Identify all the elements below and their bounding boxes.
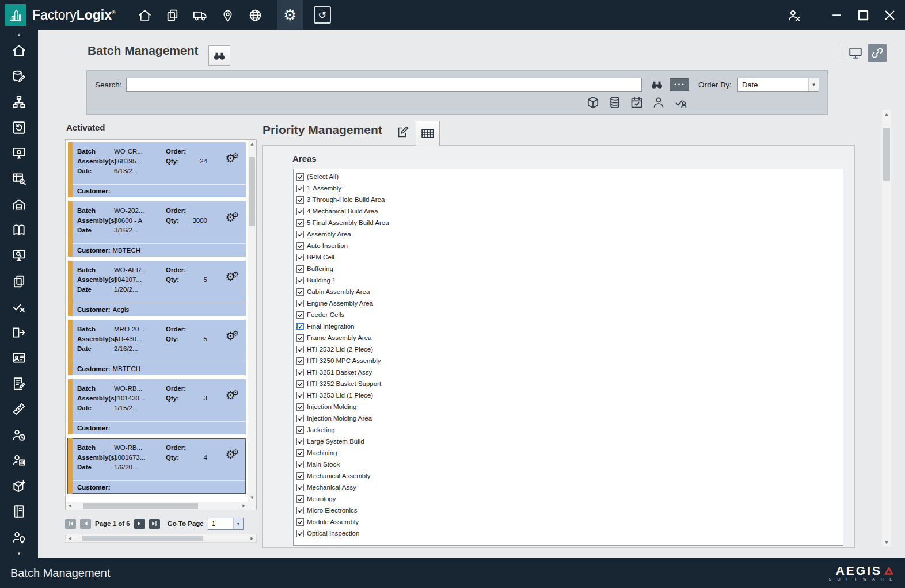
- scrollbar-thumb[interactable]: [883, 128, 890, 181]
- maximize-button[interactable]: [855, 7, 870, 22]
- edit-priority-button[interactable]: [396, 125, 411, 140]
- batch-gears-icon[interactable]: ⚙⚙: [225, 151, 239, 165]
- scroll-up-icon[interactable]: ▲: [248, 140, 256, 148]
- monitor-button[interactable]: [846, 44, 865, 62]
- area-row[interactable]: Injection Molding: [296, 401, 843, 413]
- checkbox-checked-icon[interactable]: [296, 208, 304, 215]
- close-button[interactable]: [882, 7, 897, 22]
- checkbox-checked-icon[interactable]: [296, 530, 304, 537]
- checkbox-checked-icon[interactable]: [296, 369, 304, 376]
- table-search-button[interactable]: [6, 168, 32, 190]
- checkbox-checked-icon[interactable]: [296, 403, 304, 411]
- batch-card[interactable]: BatchMRO-20...Order: Assembly(s)AH-430..…: [68, 320, 246, 375]
- next-page-button[interactable]: [134, 519, 145, 529]
- checkbox-checked-icon[interactable]: [296, 231, 304, 238]
- package-add-button[interactable]: [6, 475, 32, 497]
- main-vertical-scrollbar[interactable]: ▲ ▼: [882, 110, 891, 547]
- checkbox-checked-icon[interactable]: [296, 461, 304, 468]
- area-row[interactable]: Large System Build: [296, 436, 843, 447]
- area-row[interactable]: Frame Assembly Area: [296, 332, 843, 343]
- sidebar-scroll-up-icon[interactable]: ▲: [17, 31, 21, 38]
- scroll-right-icon[interactable]: ▶: [248, 534, 256, 542]
- scroll-left-icon[interactable]: ◀: [66, 502, 74, 510]
- area-row[interactable]: Building 1: [296, 274, 843, 286]
- checkbox-checked-icon[interactable]: [296, 472, 304, 480]
- scroll-left-icon[interactable]: ◀: [66, 534, 74, 542]
- checkbox-checked-icon[interactable]: [296, 265, 304, 273]
- area-row[interactable]: 1-Assembly: [296, 182, 843, 194]
- scrollbar-thumb[interactable]: [82, 536, 203, 541]
- checkbox-checked-icon[interactable]: [296, 277, 304, 284]
- scroll-up-icon[interactable]: ▲: [882, 110, 891, 119]
- prev-page-button[interactable]: [80, 519, 91, 529]
- checkbox-checked-icon[interactable]: [296, 449, 304, 457]
- checkbox-checked-icon[interactable]: [296, 185, 304, 192]
- checkbox-checked-icon[interactable]: [296, 219, 304, 227]
- area-row[interactable]: Optical Inspection: [296, 528, 843, 539]
- checkbox-checked-icon[interactable]: [296, 415, 304, 422]
- batch-card[interactable]: BatchWO-AER...Order: Assembly(s)904107..…: [68, 261, 246, 316]
- area-row[interactable]: Jacketing: [296, 424, 843, 436]
- scrollbar-thumb[interactable]: [249, 157, 255, 226]
- checkbox-checked-icon[interactable]: [296, 242, 304, 250]
- globe-button[interactable]: [248, 7, 263, 22]
- monitor-gear-button[interactable]: [6, 142, 32, 164]
- scrollbar-thumb[interactable]: [83, 503, 198, 509]
- search-input[interactable]: [126, 78, 642, 92]
- journal-button[interactable]: [6, 501, 32, 522]
- book-button[interactable]: [6, 219, 32, 241]
- batch-gears-icon[interactable]: ⚙⚙: [225, 211, 239, 224]
- history-button[interactable]: ↺: [314, 6, 331, 24]
- batch-gears-icon[interactable]: ⚙⚙: [225, 448, 239, 461]
- batch-list-vertical-scrollbar[interactable]: ▲ ▼: [248, 140, 256, 502]
- more-options-button[interactable]: •••: [670, 78, 689, 91]
- checkbox-checked-icon[interactable]: [296, 484, 304, 491]
- area-row[interactable]: Micro Electronics: [296, 505, 843, 516]
- area-row[interactable]: Final Integration: [296, 320, 843, 332]
- search-binoculars-button[interactable]: [649, 77, 665, 92]
- user-chart-button[interactable]: [6, 449, 32, 471]
- first-page-button[interactable]: [65, 519, 76, 529]
- area-row[interactable]: 4 Mechanical Build Area: [296, 205, 843, 217]
- priority-grid-tab[interactable]: [416, 121, 440, 146]
- area-row[interactable]: HTI 3251 Basket Assy: [296, 366, 843, 378]
- area-row[interactable]: Auto Insertion: [296, 240, 843, 251]
- area-row[interactable]: Assembly Area: [296, 228, 843, 240]
- home-button[interactable]: [6, 40, 32, 62]
- checkbox-checked-icon[interactable]: [296, 495, 304, 503]
- area-row[interactable]: HTI 2532 Lid (2 Piece): [296, 343, 843, 355]
- home-button[interactable]: [138, 7, 153, 22]
- import-button[interactable]: [6, 322, 32, 343]
- area-row[interactable]: Metrology: [296, 493, 843, 505]
- checkbox-checked-icon[interactable]: [296, 196, 304, 204]
- activated-horizontal-scrollbar[interactable]: ◀ ▶: [65, 534, 257, 543]
- warehouse-button[interactable]: [6, 193, 32, 215]
- batch-card[interactable]: BatchWO-202...Order: Assembly(s)80600 - …: [68, 201, 246, 257]
- checkbox-checked-icon[interactable]: [296, 300, 304, 307]
- area-row[interactable]: Module Assembly: [296, 516, 843, 528]
- checkbox-checked-icon[interactable]: [296, 357, 304, 365]
- copy-button[interactable]: [165, 7, 180, 22]
- scroll-down-icon[interactable]: ▼: [882, 539, 891, 547]
- checkbox-checked-icon[interactable]: [296, 254, 304, 261]
- batch-list-horizontal-scrollbar[interactable]: ◀ ▶: [66, 502, 248, 510]
- validate-button[interactable]: [6, 296, 32, 318]
- area-row[interactable]: 5 Final Assembly Build Area: [296, 217, 843, 228]
- area-row[interactable]: Injection Molding Area: [296, 413, 843, 424]
- pin-button[interactable]: [220, 7, 235, 22]
- area-row[interactable]: Feeder Cells: [296, 309, 843, 320]
- area-row[interactable]: Main Stock: [296, 459, 843, 470]
- checkbox-checked-icon[interactable]: [296, 426, 304, 434]
- user-check-button[interactable]: [673, 95, 687, 109]
- truck-button[interactable]: [193, 7, 208, 22]
- checkbox-checked-icon[interactable]: [296, 173, 304, 181]
- area-row[interactable]: Mechanical Assembly: [296, 470, 843, 482]
- area-row[interactable]: BPM Cell: [296, 251, 843, 263]
- checkbox-checked-icon[interactable]: [296, 323, 304, 330]
- checkbox-checked-icon[interactable]: [296, 392, 304, 399]
- checkbox-checked-icon[interactable]: [296, 438, 304, 445]
- id-card-button[interactable]: [6, 347, 32, 369]
- checkbox-checked-icon[interactable]: [296, 518, 304, 526]
- sidebar-scroll-down-icon[interactable]: ▼: [17, 550, 21, 557]
- user-location-button[interactable]: [6, 526, 32, 548]
